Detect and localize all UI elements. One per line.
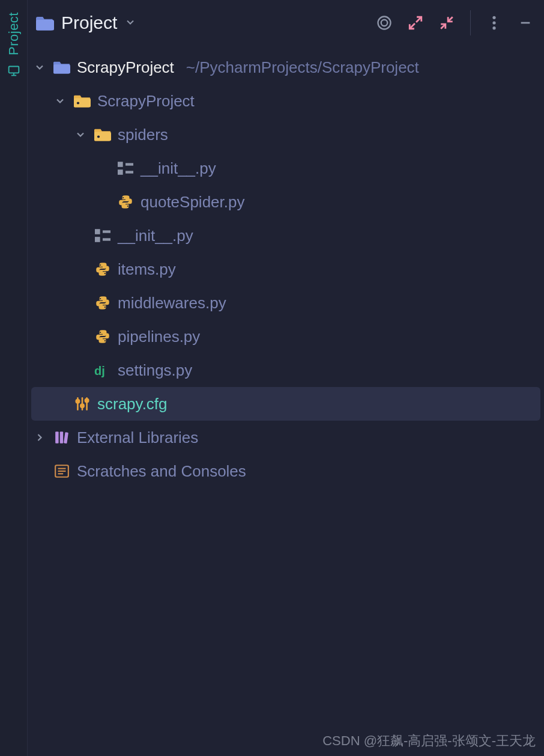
svg-rect-31	[60, 431, 63, 444]
svg-rect-13	[94, 132, 111, 141]
svg-text:dj: dj	[94, 364, 105, 377]
expand-icon[interactable]	[404, 11, 427, 34]
tree-folder-scrapyproject-pkg[interactable]: ScrapyProject	[28, 84, 544, 118]
svg-rect-17	[125, 163, 133, 165]
svg-point-28	[80, 404, 83, 407]
tree-file-pipelines[interactable]: pipelines.py	[28, 320, 544, 353]
tree-root-scrapyproject[interactable]: ScrapyProject ~/PycharmProjects/ScrapyPr…	[28, 50, 544, 84]
svg-point-7	[492, 21, 495, 24]
project-folder-icon	[36, 15, 54, 31]
tree-label: spiders	[118, 126, 168, 144]
project-view-selector[interactable]: Project	[36, 13, 136, 33]
svg-rect-21	[103, 230, 110, 233]
svg-point-4	[378, 17, 391, 29]
svg-point-14	[97, 135, 100, 138]
chevron-right-icon[interactable]	[32, 430, 47, 445]
svg-point-27	[76, 400, 79, 403]
python-file-icon	[116, 193, 134, 211]
more-options-icon[interactable]	[483, 11, 506, 34]
project-panel: Project S	[28, 0, 544, 756]
tree-label: middlewares.py	[118, 294, 226, 312]
tree-label: ScrapyProject	[97, 92, 195, 111]
tree-scratches-consoles[interactable]: Scratches and Consoles	[28, 454, 544, 488]
tree-label: __init__.py	[118, 227, 193, 245]
tree-label: pipelines.py	[118, 328, 200, 346]
svg-rect-22	[103, 238, 110, 240]
folder-icon	[53, 58, 71, 76]
svg-rect-10	[53, 64, 70, 73]
tree-file-settings[interactable]: dj settings.py	[28, 353, 544, 387]
svg-rect-19	[95, 229, 100, 234]
svg-rect-18	[125, 171, 133, 173]
python-file-icon	[94, 260, 112, 278]
tree-label: __init__.py	[141, 159, 216, 178]
svg-rect-30	[55, 431, 58, 444]
svg-point-12	[77, 102, 79, 104]
svg-rect-20	[95, 237, 100, 242]
svg-point-5	[381, 20, 388, 26]
scratches-icon	[53, 462, 71, 480]
library-icon	[53, 428, 71, 447]
svg-rect-11	[74, 98, 91, 107]
svg-rect-0	[8, 66, 19, 73]
monitor-icon	[7, 62, 20, 81]
tree-file-quotespider[interactable]: quoteSpider.py	[28, 185, 544, 219]
svg-rect-32	[64, 432, 68, 444]
tree-file-scrapy-cfg[interactable]: scrapy.cfg	[31, 387, 540, 421]
tree-file-items[interactable]: items.py	[28, 252, 544, 286]
svg-point-6	[492, 16, 495, 19]
minimize-icon[interactable]	[514, 11, 537, 34]
tree-label: scrapy.cfg	[97, 395, 168, 413]
tool-strip: Project	[0, 0, 28, 756]
tree-label: settings.py	[118, 361, 192, 380]
tree-path: ~/PycharmProjects/ScrapyProject	[186, 58, 419, 77]
python-file-icon	[94, 328, 112, 346]
collapse-icon[interactable]	[435, 11, 458, 34]
project-tree: ScrapyProject ~/PycharmProjects/ScrapyPr…	[28, 46, 544, 756]
init-file-icon	[116, 159, 134, 177]
tree-label: ScrapyProject	[77, 58, 174, 77]
package-folder-icon	[94, 126, 112, 144]
init-file-icon	[94, 227, 112, 245]
svg-rect-16	[118, 169, 123, 175]
tree-folder-spiders[interactable]: spiders	[28, 118, 544, 151]
tree-file-middlewares[interactable]: middlewares.py	[28, 286, 544, 320]
svg-rect-3	[36, 20, 54, 31]
divider	[470, 10, 471, 35]
config-file-icon	[73, 395, 91, 413]
svg-point-8	[492, 26, 495, 29]
package-folder-icon	[73, 92, 91, 110]
tree-external-libraries[interactable]: External Libraries	[28, 421, 544, 454]
python-file-icon	[94, 294, 112, 312]
watermark-text: CSDN @狂飙-高启强-张颂文-王天龙	[322, 732, 536, 750]
chevron-down-icon[interactable]	[73, 127, 88, 142]
svg-point-29	[85, 399, 88, 402]
target-icon[interactable]	[373, 11, 396, 34]
tree-file-pkg-init[interactable]: __init__.py	[28, 219, 544, 252]
chevron-down-icon	[124, 14, 136, 32]
tree-label: Scratches and Consoles	[77, 462, 246, 481]
chevron-down-icon[interactable]	[32, 60, 47, 75]
panel-title: Project	[61, 13, 117, 33]
svg-rect-15	[118, 162, 123, 167]
tree-label: quoteSpider.py	[141, 193, 244, 212]
django-settings-icon: dj	[94, 361, 112, 379]
tree-label: items.py	[118, 260, 176, 279]
project-tool-tab[interactable]: Project	[6, 12, 22, 55]
chevron-down-icon[interactable]	[53, 94, 67, 108]
tree-label: External Libraries	[77, 428, 198, 447]
panel-header: Project	[28, 0, 544, 46]
tree-file-spiders-init[interactable]: __init__.py	[28, 151, 544, 185]
